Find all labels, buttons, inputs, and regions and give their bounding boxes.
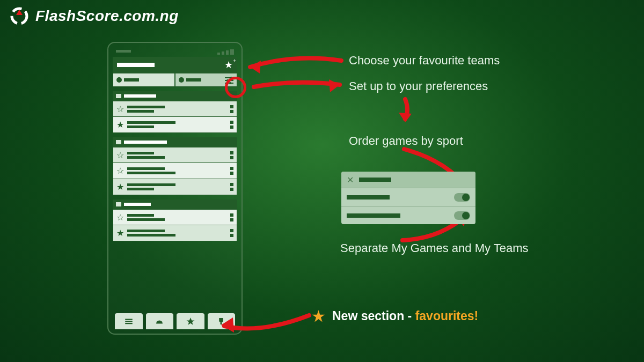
game-row[interactable]: ★ xyxy=(113,179,237,195)
svg-marker-8 xyxy=(399,113,412,122)
star-outline-icon[interactable]: ☆ xyxy=(116,212,124,223)
logo-text: FlashScore.com.ng xyxy=(35,8,179,25)
bottom-tab-home[interactable] xyxy=(115,313,143,329)
game-row[interactable]: ☆ xyxy=(113,163,237,179)
star-icon[interactable]: ★ xyxy=(116,228,124,238)
star-outline-icon[interactable]: ☆ xyxy=(116,166,124,176)
new-section-callout: ★ New section - favourites! xyxy=(311,307,478,326)
star-icon[interactable]: ★ xyxy=(116,182,124,192)
svg-marker-1 xyxy=(16,10,23,15)
header-tab-1[interactable] xyxy=(113,73,175,87)
game-row[interactable]: ☆ xyxy=(113,101,237,117)
app-header: ★ xyxy=(113,57,237,73)
bottom-tab-standings[interactable] xyxy=(208,313,236,329)
new-section-prefix: New section - xyxy=(332,309,415,323)
callout-separate: Separate My Games and My Teams xyxy=(340,241,529,255)
section-header xyxy=(113,137,237,147)
star-icon[interactable]: ★ xyxy=(116,120,124,130)
game-row[interactable]: ☆ xyxy=(113,147,237,163)
star-outline-icon[interactable]: ☆ xyxy=(116,150,124,160)
svg-rect-2 xyxy=(125,319,133,320)
settings-sliders-icon[interactable] xyxy=(225,76,233,84)
header-tab-2[interactable] xyxy=(175,73,237,87)
game-row[interactable]: ☆ xyxy=(113,209,237,225)
bottom-tab-favourites[interactable] xyxy=(177,313,204,329)
star-icon: ★ xyxy=(311,307,326,326)
svg-marker-6 xyxy=(250,61,261,73)
svg-marker-7 xyxy=(329,79,340,92)
bottom-nav xyxy=(113,311,237,329)
status-bar xyxy=(113,47,237,55)
header-tabs xyxy=(113,73,237,87)
section-header xyxy=(113,200,237,209)
section-header xyxy=(113,91,237,101)
callout-preferences: Set up to your preferences xyxy=(349,79,488,93)
svg-marker-5 xyxy=(186,317,194,325)
toggle-row-separate xyxy=(341,206,475,224)
callout-favourite-teams: Choose your favourite teams xyxy=(349,54,500,68)
arrow-preferences xyxy=(246,75,348,97)
phone-mock: ★ ☆ ★ ☆ ☆ ★ ☆ ★ xyxy=(107,42,243,335)
arrow-favourite xyxy=(239,51,347,78)
new-section-highlight: favourites! xyxy=(415,309,479,323)
star-outline-icon[interactable]: ☆ xyxy=(116,104,124,114)
add-favourite-icon[interactable]: ★ xyxy=(224,59,233,71)
game-row[interactable]: ★ xyxy=(113,117,237,133)
callout-order: Order games by sport xyxy=(349,134,463,148)
brand-logo: FlashScore.com.ng xyxy=(9,5,179,27)
toggle-separate-games-teams[interactable] xyxy=(454,211,470,220)
svg-rect-3 xyxy=(125,321,133,322)
svg-rect-4 xyxy=(125,323,133,324)
preferences-panel: ✕ xyxy=(341,172,475,224)
toggle-row-order xyxy=(341,188,475,206)
arrow-down-1 xyxy=(394,97,416,126)
match-list: ☆ ★ ☆ ☆ ★ ☆ ★ xyxy=(113,87,237,311)
logo-mark-icon xyxy=(9,5,30,27)
game-row[interactable]: ★ xyxy=(113,225,237,241)
bottom-tab-live[interactable] xyxy=(146,313,174,329)
toggle-order-by-sport[interactable] xyxy=(454,193,470,202)
close-icon[interactable]: ✕ xyxy=(347,175,354,185)
preferences-header: ✕ xyxy=(341,172,475,188)
header-title-placeholder xyxy=(117,63,155,67)
